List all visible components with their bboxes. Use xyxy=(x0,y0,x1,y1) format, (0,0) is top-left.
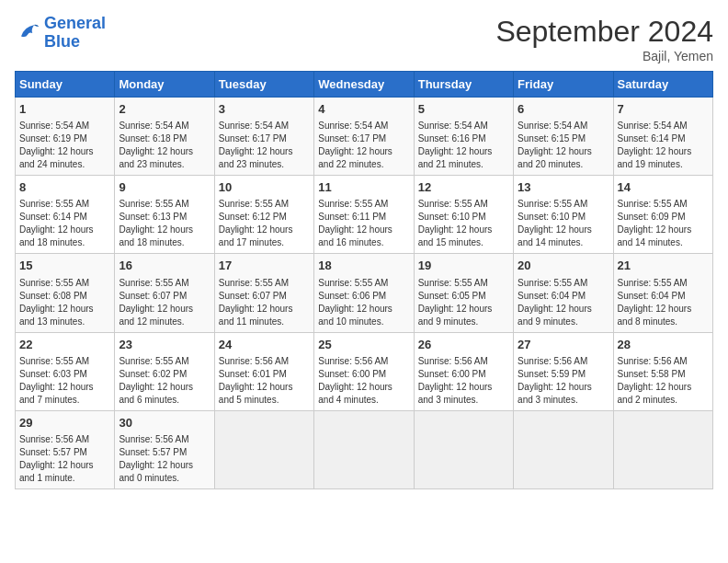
calendar-cell: 21Sunrise: 5:55 AM Sunset: 6:04 PM Dayli… xyxy=(613,254,712,332)
week-row-4: 22Sunrise: 5:55 AM Sunset: 6:03 PM Dayli… xyxy=(16,332,713,410)
calendar-cell: 25Sunrise: 5:56 AM Sunset: 6:00 PM Dayli… xyxy=(314,332,414,410)
day-info: Sunrise: 5:54 AM Sunset: 6:15 PM Dayligh… xyxy=(518,120,609,171)
calendar-cell: 3Sunrise: 5:54 AM Sunset: 6:17 PM Daylig… xyxy=(214,98,313,176)
week-row-5: 29Sunrise: 5:56 AM Sunset: 5:57 PM Dayli… xyxy=(16,410,713,488)
day-number: 3 xyxy=(219,101,310,118)
day-info: Sunrise: 5:55 AM Sunset: 6:04 PM Dayligh… xyxy=(618,277,709,328)
day-info: Sunrise: 5:55 AM Sunset: 6:07 PM Dayligh… xyxy=(119,277,210,328)
calendar-cell: 14Sunrise: 5:55 AM Sunset: 6:09 PM Dayli… xyxy=(613,176,712,254)
day-number: 5 xyxy=(418,101,509,118)
column-header-monday: Monday xyxy=(115,72,214,98)
week-row-2: 8Sunrise: 5:55 AM Sunset: 6:14 PM Daylig… xyxy=(16,176,713,254)
calendar-cell xyxy=(314,410,414,488)
calendar-cell: 7Sunrise: 5:54 AM Sunset: 6:14 PM Daylig… xyxy=(613,98,712,176)
calendar-cell: 5Sunrise: 5:54 AM Sunset: 6:16 PM Daylig… xyxy=(414,98,513,176)
day-info: Sunrise: 5:54 AM Sunset: 6:16 PM Dayligh… xyxy=(418,120,509,171)
calendar-cell: 13Sunrise: 5:55 AM Sunset: 6:10 PM Dayli… xyxy=(514,176,613,254)
calendar-cell: 10Sunrise: 5:55 AM Sunset: 6:12 PM Dayli… xyxy=(214,176,313,254)
calendar-table: SundayMondayTuesdayWednesdayThursdayFrid… xyxy=(15,71,713,489)
day-number: 2 xyxy=(119,101,210,118)
day-number: 18 xyxy=(318,258,409,274)
column-header-tuesday: Tuesday xyxy=(214,72,313,98)
calendar-cell: 16Sunrise: 5:55 AM Sunset: 6:07 PM Dayli… xyxy=(115,254,214,332)
calendar-cell: 12Sunrise: 5:55 AM Sunset: 6:10 PM Dayli… xyxy=(414,176,513,254)
day-info: Sunrise: 5:55 AM Sunset: 6:12 PM Dayligh… xyxy=(219,198,310,249)
calendar-cell: 29Sunrise: 5:56 AM Sunset: 5:57 PM Dayli… xyxy=(16,410,115,488)
calendar-cell xyxy=(214,410,313,488)
calendar-body: 1Sunrise: 5:54 AM Sunset: 6:19 PM Daylig… xyxy=(16,98,713,489)
calendar-cell: 11Sunrise: 5:55 AM Sunset: 6:11 PM Dayli… xyxy=(314,176,414,254)
day-info: Sunrise: 5:54 AM Sunset: 6:14 PM Dayligh… xyxy=(618,120,709,171)
calendar-cell: 1Sunrise: 5:54 AM Sunset: 6:19 PM Daylig… xyxy=(16,98,115,176)
day-number: 30 xyxy=(119,415,210,431)
day-info: Sunrise: 5:56 AM Sunset: 5:57 PM Dayligh… xyxy=(19,433,110,485)
logo: General Blue xyxy=(15,15,106,52)
day-number: 14 xyxy=(618,179,709,196)
column-header-friday: Friday xyxy=(514,72,613,98)
calendar-cell: 4Sunrise: 5:54 AM Sunset: 6:17 PM Daylig… xyxy=(314,98,414,176)
column-header-saturday: Saturday xyxy=(613,72,712,98)
day-info: Sunrise: 5:54 AM Sunset: 6:17 PM Dayligh… xyxy=(318,120,409,171)
calendar-cell: 20Sunrise: 5:55 AM Sunset: 6:04 PM Dayli… xyxy=(514,254,613,332)
calendar-cell: 2Sunrise: 5:54 AM Sunset: 6:18 PM Daylig… xyxy=(115,98,214,176)
day-info: Sunrise: 5:55 AM Sunset: 6:11 PM Dayligh… xyxy=(318,198,409,249)
day-number: 24 xyxy=(219,337,310,353)
day-number: 16 xyxy=(119,258,210,274)
day-number: 7 xyxy=(618,101,709,118)
logo-text: General Blue xyxy=(44,15,106,52)
calendar-cell: 15Sunrise: 5:55 AM Sunset: 6:08 PM Dayli… xyxy=(16,254,115,332)
day-info: Sunrise: 5:54 AM Sunset: 6:17 PM Dayligh… xyxy=(219,120,310,171)
day-number: 26 xyxy=(418,337,509,353)
day-number: 6 xyxy=(518,101,609,118)
day-info: Sunrise: 5:56 AM Sunset: 5:59 PM Dayligh… xyxy=(518,355,609,407)
day-info: Sunrise: 5:56 AM Sunset: 5:57 PM Dayligh… xyxy=(119,433,210,485)
day-number: 15 xyxy=(19,258,110,274)
calendar-cell xyxy=(514,410,613,488)
day-info: Sunrise: 5:56 AM Sunset: 6:00 PM Dayligh… xyxy=(418,355,509,407)
day-info: Sunrise: 5:55 AM Sunset: 6:13 PM Dayligh… xyxy=(119,198,210,249)
day-number: 1 xyxy=(19,101,110,118)
day-info: Sunrise: 5:55 AM Sunset: 6:06 PM Dayligh… xyxy=(318,277,409,328)
location: Bajil, Yemen xyxy=(495,49,713,63)
day-number: 22 xyxy=(19,337,110,353)
week-row-1: 1Sunrise: 5:54 AM Sunset: 6:19 PM Daylig… xyxy=(16,98,713,176)
day-number: 27 xyxy=(518,337,609,353)
day-number: 21 xyxy=(618,258,709,274)
calendar-cell xyxy=(414,410,513,488)
calendar-cell: 30Sunrise: 5:56 AM Sunset: 5:57 PM Dayli… xyxy=(115,410,214,488)
day-info: Sunrise: 5:55 AM Sunset: 6:14 PM Dayligh… xyxy=(19,198,110,249)
day-number: 10 xyxy=(219,179,310,196)
day-number: 13 xyxy=(518,179,609,196)
column-header-thursday: Thursday xyxy=(414,72,513,98)
page-header: General Blue September 2024 Bajil, Yemen xyxy=(15,15,713,63)
day-number: 19 xyxy=(418,258,509,274)
day-number: 9 xyxy=(119,179,210,196)
day-info: Sunrise: 5:55 AM Sunset: 6:09 PM Dayligh… xyxy=(618,198,709,249)
calendar-header: SundayMondayTuesdayWednesdayThursdayFrid… xyxy=(16,72,713,98)
calendar-cell: 18Sunrise: 5:55 AM Sunset: 6:06 PM Dayli… xyxy=(314,254,414,332)
calendar-cell: 28Sunrise: 5:56 AM Sunset: 5:58 PM Dayli… xyxy=(613,332,712,410)
day-info: Sunrise: 5:56 AM Sunset: 6:01 PM Dayligh… xyxy=(219,355,310,407)
calendar-cell: 23Sunrise: 5:55 AM Sunset: 6:02 PM Dayli… xyxy=(115,332,214,410)
calendar-cell: 22Sunrise: 5:55 AM Sunset: 6:03 PM Dayli… xyxy=(16,332,115,410)
calendar-cell: 24Sunrise: 5:56 AM Sunset: 6:01 PM Dayli… xyxy=(214,332,313,410)
day-number: 8 xyxy=(19,179,110,196)
calendar-cell: 27Sunrise: 5:56 AM Sunset: 5:59 PM Dayli… xyxy=(514,332,613,410)
calendar-cell: 9Sunrise: 5:55 AM Sunset: 6:13 PM Daylig… xyxy=(115,176,214,254)
day-number: 28 xyxy=(618,337,709,353)
column-header-sunday: Sunday xyxy=(16,72,115,98)
calendar-cell: 26Sunrise: 5:56 AM Sunset: 6:00 PM Dayli… xyxy=(414,332,513,410)
day-info: Sunrise: 5:55 AM Sunset: 6:07 PM Dayligh… xyxy=(219,277,310,328)
day-info: Sunrise: 5:55 AM Sunset: 6:03 PM Dayligh… xyxy=(19,355,110,407)
title-block: September 2024 Bajil, Yemen xyxy=(495,15,713,63)
day-number: 11 xyxy=(318,179,409,196)
week-row-3: 15Sunrise: 5:55 AM Sunset: 6:08 PM Dayli… xyxy=(16,254,713,332)
day-number: 4 xyxy=(318,101,409,118)
calendar-cell: 6Sunrise: 5:54 AM Sunset: 6:15 PM Daylig… xyxy=(514,98,613,176)
day-number: 20 xyxy=(518,258,609,274)
day-info: Sunrise: 5:54 AM Sunset: 6:19 PM Dayligh… xyxy=(19,120,110,171)
calendar-cell: 19Sunrise: 5:55 AM Sunset: 6:05 PM Dayli… xyxy=(414,254,513,332)
day-number: 25 xyxy=(318,337,409,353)
day-info: Sunrise: 5:56 AM Sunset: 5:58 PM Dayligh… xyxy=(618,355,709,407)
logo-icon xyxy=(15,20,40,46)
